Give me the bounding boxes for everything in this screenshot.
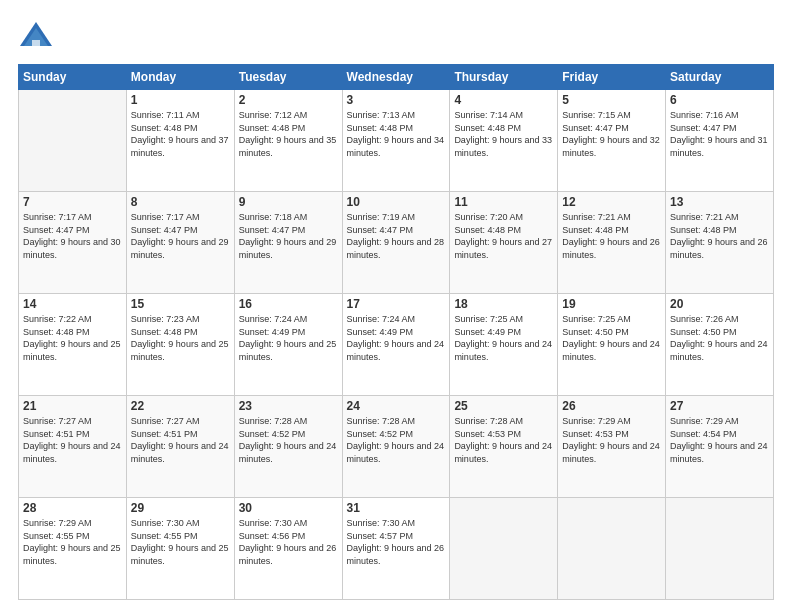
calendar-cell: 16Sunrise: 7:24 AMSunset: 4:49 PMDayligh… [234,294,342,396]
weekday-header-saturday: Saturday [666,65,774,90]
cell-info: Sunrise: 7:30 AMSunset: 4:57 PMDaylight:… [347,517,446,567]
cell-info: Sunrise: 7:28 AMSunset: 4:52 PMDaylight:… [347,415,446,465]
cell-info: Sunrise: 7:17 AMSunset: 4:47 PMDaylight:… [23,211,122,261]
cell-info: Sunrise: 7:17 AMSunset: 4:47 PMDaylight:… [131,211,230,261]
calendar-cell: 30Sunrise: 7:30 AMSunset: 4:56 PMDayligh… [234,498,342,600]
cell-info: Sunrise: 7:28 AMSunset: 4:52 PMDaylight:… [239,415,338,465]
day-number: 6 [670,93,769,107]
calendar-cell: 15Sunrise: 7:23 AMSunset: 4:48 PMDayligh… [126,294,234,396]
day-number: 8 [131,195,230,209]
calendar-cell: 27Sunrise: 7:29 AMSunset: 4:54 PMDayligh… [666,396,774,498]
cell-info: Sunrise: 7:18 AMSunset: 4:47 PMDaylight:… [239,211,338,261]
calendar-cell: 12Sunrise: 7:21 AMSunset: 4:48 PMDayligh… [558,192,666,294]
day-number: 11 [454,195,553,209]
cell-info: Sunrise: 7:22 AMSunset: 4:48 PMDaylight:… [23,313,122,363]
calendar-cell: 14Sunrise: 7:22 AMSunset: 4:48 PMDayligh… [19,294,127,396]
calendar-cell: 18Sunrise: 7:25 AMSunset: 4:49 PMDayligh… [450,294,558,396]
cell-info: Sunrise: 7:24 AMSunset: 4:49 PMDaylight:… [347,313,446,363]
calendar-cell: 6Sunrise: 7:16 AMSunset: 4:47 PMDaylight… [666,90,774,192]
weekday-header-thursday: Thursday [450,65,558,90]
day-number: 28 [23,501,122,515]
calendar-cell: 7Sunrise: 7:17 AMSunset: 4:47 PMDaylight… [19,192,127,294]
header [18,18,774,54]
calendar-cell: 24Sunrise: 7:28 AMSunset: 4:52 PMDayligh… [342,396,450,498]
calendar-cell: 25Sunrise: 7:28 AMSunset: 4:53 PMDayligh… [450,396,558,498]
cell-info: Sunrise: 7:29 AMSunset: 4:53 PMDaylight:… [562,415,661,465]
calendar-table: SundayMondayTuesdayWednesdayThursdayFrid… [18,64,774,600]
day-number: 25 [454,399,553,413]
day-number: 13 [670,195,769,209]
day-number: 1 [131,93,230,107]
day-number: 7 [23,195,122,209]
day-number: 4 [454,93,553,107]
week-row-1: 7Sunrise: 7:17 AMSunset: 4:47 PMDaylight… [19,192,774,294]
calendar-cell: 17Sunrise: 7:24 AMSunset: 4:49 PMDayligh… [342,294,450,396]
week-row-4: 28Sunrise: 7:29 AMSunset: 4:55 PMDayligh… [19,498,774,600]
weekday-header-wednesday: Wednesday [342,65,450,90]
calendar-cell [450,498,558,600]
day-number: 31 [347,501,446,515]
cell-info: Sunrise: 7:20 AMSunset: 4:48 PMDaylight:… [454,211,553,261]
calendar-cell: 2Sunrise: 7:12 AMSunset: 4:48 PMDaylight… [234,90,342,192]
day-number: 26 [562,399,661,413]
calendar-cell: 26Sunrise: 7:29 AMSunset: 4:53 PMDayligh… [558,396,666,498]
cell-info: Sunrise: 7:15 AMSunset: 4:47 PMDaylight:… [562,109,661,159]
day-number: 27 [670,399,769,413]
cell-info: Sunrise: 7:29 AMSunset: 4:54 PMDaylight:… [670,415,769,465]
day-number: 3 [347,93,446,107]
day-number: 21 [23,399,122,413]
weekday-header-monday: Monday [126,65,234,90]
cell-info: Sunrise: 7:21 AMSunset: 4:48 PMDaylight:… [562,211,661,261]
cell-info: Sunrise: 7:27 AMSunset: 4:51 PMDaylight:… [131,415,230,465]
cell-info: Sunrise: 7:25 AMSunset: 4:49 PMDaylight:… [454,313,553,363]
calendar-cell: 11Sunrise: 7:20 AMSunset: 4:48 PMDayligh… [450,192,558,294]
calendar-cell: 9Sunrise: 7:18 AMSunset: 4:47 PMDaylight… [234,192,342,294]
calendar-cell: 1Sunrise: 7:11 AMSunset: 4:48 PMDaylight… [126,90,234,192]
calendar-cell: 28Sunrise: 7:29 AMSunset: 4:55 PMDayligh… [19,498,127,600]
cell-info: Sunrise: 7:13 AMSunset: 4:48 PMDaylight:… [347,109,446,159]
cell-info: Sunrise: 7:21 AMSunset: 4:48 PMDaylight:… [670,211,769,261]
cell-info: Sunrise: 7:19 AMSunset: 4:47 PMDaylight:… [347,211,446,261]
calendar-cell: 23Sunrise: 7:28 AMSunset: 4:52 PMDayligh… [234,396,342,498]
cell-info: Sunrise: 7:23 AMSunset: 4:48 PMDaylight:… [131,313,230,363]
week-row-3: 21Sunrise: 7:27 AMSunset: 4:51 PMDayligh… [19,396,774,498]
day-number: 10 [347,195,446,209]
page: SundayMondayTuesdayWednesdayThursdayFrid… [0,0,792,612]
day-number: 2 [239,93,338,107]
day-number: 14 [23,297,122,311]
calendar-cell: 5Sunrise: 7:15 AMSunset: 4:47 PMDaylight… [558,90,666,192]
svg-rect-2 [32,40,40,46]
weekday-header-row: SundayMondayTuesdayWednesdayThursdayFrid… [19,65,774,90]
calendar-cell: 4Sunrise: 7:14 AMSunset: 4:48 PMDaylight… [450,90,558,192]
week-row-0: 1Sunrise: 7:11 AMSunset: 4:48 PMDaylight… [19,90,774,192]
cell-info: Sunrise: 7:11 AMSunset: 4:48 PMDaylight:… [131,109,230,159]
weekday-header-sunday: Sunday [19,65,127,90]
day-number: 22 [131,399,230,413]
calendar-cell [558,498,666,600]
day-number: 19 [562,297,661,311]
day-number: 16 [239,297,338,311]
calendar-cell: 3Sunrise: 7:13 AMSunset: 4:48 PMDaylight… [342,90,450,192]
day-number: 24 [347,399,446,413]
day-number: 30 [239,501,338,515]
calendar-cell: 31Sunrise: 7:30 AMSunset: 4:57 PMDayligh… [342,498,450,600]
cell-info: Sunrise: 7:27 AMSunset: 4:51 PMDaylight:… [23,415,122,465]
cell-info: Sunrise: 7:29 AMSunset: 4:55 PMDaylight:… [23,517,122,567]
cell-info: Sunrise: 7:14 AMSunset: 4:48 PMDaylight:… [454,109,553,159]
day-number: 29 [131,501,230,515]
weekday-header-tuesday: Tuesday [234,65,342,90]
week-row-2: 14Sunrise: 7:22 AMSunset: 4:48 PMDayligh… [19,294,774,396]
day-number: 18 [454,297,553,311]
calendar-cell: 10Sunrise: 7:19 AMSunset: 4:47 PMDayligh… [342,192,450,294]
cell-info: Sunrise: 7:30 AMSunset: 4:56 PMDaylight:… [239,517,338,567]
calendar-cell: 29Sunrise: 7:30 AMSunset: 4:55 PMDayligh… [126,498,234,600]
cell-info: Sunrise: 7:16 AMSunset: 4:47 PMDaylight:… [670,109,769,159]
calendar-cell: 8Sunrise: 7:17 AMSunset: 4:47 PMDaylight… [126,192,234,294]
calendar-cell: 22Sunrise: 7:27 AMSunset: 4:51 PMDayligh… [126,396,234,498]
day-number: 5 [562,93,661,107]
cell-info: Sunrise: 7:30 AMSunset: 4:55 PMDaylight:… [131,517,230,567]
cell-info: Sunrise: 7:26 AMSunset: 4:50 PMDaylight:… [670,313,769,363]
logo-icon [18,18,54,54]
cell-info: Sunrise: 7:25 AMSunset: 4:50 PMDaylight:… [562,313,661,363]
day-number: 15 [131,297,230,311]
